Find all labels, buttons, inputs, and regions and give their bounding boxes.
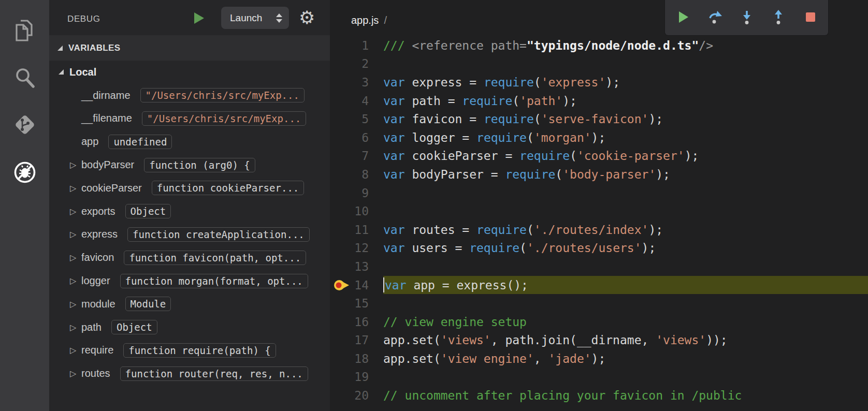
activity-search-button[interactable] bbox=[0, 62, 49, 95]
line-number[interactable]: 13 bbox=[351, 260, 369, 273]
code-line[interactable]: 1/// <reference path="typings/node/node.… bbox=[330, 36, 868, 55]
line-number[interactable]: 6 bbox=[351, 131, 369, 144]
code-line[interactable]: 6var logger = require('morgan'); bbox=[330, 128, 868, 147]
glyph-margin[interactable] bbox=[330, 73, 351, 92]
stop-button[interactable] bbox=[803, 10, 818, 25]
glyph-margin[interactable] bbox=[330, 257, 351, 276]
expand-arrow-icon[interactable]: ▷ bbox=[70, 160, 81, 170]
expand-arrow-icon[interactable]: ▷ bbox=[70, 345, 81, 355]
glyph-margin[interactable] bbox=[330, 349, 351, 368]
variable-row[interactable]: ▷bodyParserfunction (arg0) { bbox=[49, 153, 330, 177]
activity-git-button[interactable] bbox=[0, 109, 49, 142]
variable-row[interactable]: ▷expressfunction createApplication... bbox=[49, 223, 330, 246]
start-debug-button[interactable] bbox=[194, 12, 204, 24]
step-into-button[interactable] bbox=[739, 10, 755, 25]
configure-gear-icon[interactable]: ⚙ bbox=[299, 6, 315, 30]
code-line[interactable]: 5var favicon = require('serve-favicon'); bbox=[330, 110, 868, 128]
code-line[interactable]: 13 bbox=[330, 257, 868, 276]
code-line[interactable]: 20// uncomment after placing your favico… bbox=[330, 386, 868, 405]
line-number[interactable]: 1 bbox=[351, 39, 369, 52]
line-number[interactable]: 14 bbox=[351, 278, 369, 292]
variable-row[interactable]: __dirname"/Users/chris/src/myExp... bbox=[49, 84, 330, 107]
code-line[interactable]: 7var cookieParser = require('cookie-pars… bbox=[330, 147, 868, 166]
code-text[interactable]: var cookieParser = require('cookie-parse… bbox=[383, 147, 868, 166]
code-text[interactable] bbox=[383, 184, 868, 202]
code-line[interactable]: 9 bbox=[330, 184, 868, 202]
glyph-margin[interactable] bbox=[330, 36, 351, 55]
variable-row[interactable]: ▷loggerfunction morgan(format, opt... bbox=[49, 269, 330, 292]
code-line[interactable]: 10 bbox=[330, 202, 868, 221]
expand-arrow-icon[interactable]: ▷ bbox=[70, 299, 81, 309]
expand-arrow-icon[interactable]: ▷ bbox=[70, 207, 81, 216]
code-text[interactable]: // uncomment after placing your favicon … bbox=[383, 386, 868, 405]
code-text[interactable]: var routes = require('./routes/index'); bbox=[383, 221, 868, 239]
expand-arrow-icon[interactable]: ▷ bbox=[70, 369, 81, 378]
activity-explorer-button[interactable] bbox=[0, 14, 49, 48]
glyph-margin[interactable] bbox=[330, 55, 351, 74]
line-number[interactable]: 17 bbox=[351, 333, 369, 347]
code-line[interactable]: 18app.set('view engine', 'jade'); bbox=[330, 349, 868, 368]
breakpoint-current-line-glyph[interactable] bbox=[330, 276, 351, 295]
code-text[interactable]: app.set('views', path.join(__dirname, 'v… bbox=[383, 331, 868, 350]
glyph-margin[interactable] bbox=[330, 239, 351, 258]
line-number[interactable]: 15 bbox=[351, 297, 369, 310]
expand-arrow-icon[interactable]: ▷ bbox=[70, 322, 81, 332]
code-line[interactable]: 3var express = require('express'); bbox=[330, 73, 868, 92]
line-number[interactable]: 7 bbox=[351, 149, 369, 163]
breadcrumb[interactable]: app.js/ bbox=[351, 14, 387, 26]
launch-config-select[interactable]: Launch bbox=[221, 7, 289, 29]
code-text[interactable] bbox=[383, 257, 868, 276]
line-number[interactable]: 3 bbox=[351, 76, 369, 89]
line-number[interactable]: 5 bbox=[351, 112, 369, 126]
code-line[interactable]: 8var bodyParser = require('body-parser')… bbox=[330, 165, 868, 184]
code-line[interactable]: 19 bbox=[330, 368, 868, 387]
variable-row[interactable]: ▷cookieParserfunction cookieParser... bbox=[49, 177, 330, 200]
glyph-margin[interactable] bbox=[330, 368, 351, 387]
continue-button[interactable] bbox=[675, 10, 690, 25]
code-text[interactable] bbox=[383, 368, 868, 387]
line-number[interactable]: 19 bbox=[351, 370, 369, 384]
variable-row[interactable]: ▷moduleModule bbox=[49, 292, 330, 316]
code-line[interactable]: 14var app = express(); bbox=[330, 276, 868, 295]
variable-row[interactable]: appundefined bbox=[49, 130, 330, 153]
code-text[interactable]: app.set('view engine', 'jade'); bbox=[383, 349, 868, 368]
glyph-margin[interactable] bbox=[330, 202, 351, 221]
glyph-margin[interactable] bbox=[330, 221, 351, 239]
code-line[interactable]: 17app.set('views', path.join(__dirname, … bbox=[330, 331, 868, 350]
code-line[interactable]: 15 bbox=[330, 294, 868, 313]
expand-arrow-icon[interactable]: ▷ bbox=[70, 253, 81, 262]
code-line[interactable]: 4var path = require('path'); bbox=[330, 92, 868, 110]
variable-row[interactable]: ▷pathObject bbox=[49, 316, 330, 339]
activity-debug-button[interactable] bbox=[0, 156, 49, 189]
line-number[interactable]: 4 bbox=[351, 94, 369, 108]
line-number[interactable]: 12 bbox=[351, 241, 369, 255]
variable-row[interactable]: ▷exportsObject bbox=[49, 200, 330, 223]
glyph-margin[interactable] bbox=[330, 184, 351, 202]
variable-row[interactable]: ▷routesfunction router(req, res, n... bbox=[49, 362, 330, 385]
line-number[interactable]: 20 bbox=[351, 389, 369, 402]
code-text[interactable]: /// <reference path="typings/node/node.d… bbox=[383, 36, 868, 55]
code-text[interactable]: var app = express(); bbox=[383, 276, 868, 295]
line-number[interactable]: 2 bbox=[351, 57, 369, 70]
line-number[interactable]: 18 bbox=[351, 352, 369, 365]
line-number[interactable]: 8 bbox=[351, 168, 369, 181]
glyph-margin[interactable] bbox=[330, 110, 351, 128]
glyph-margin[interactable] bbox=[330, 294, 351, 313]
variable-row[interactable]: ▷requirefunction require(path) { bbox=[49, 339, 330, 362]
code-line[interactable]: 2 bbox=[330, 55, 868, 74]
line-number[interactable]: 16 bbox=[351, 315, 369, 329]
code-text[interactable]: var users = require('./routes/users'); bbox=[383, 239, 868, 258]
scope-local-row[interactable]: Local bbox=[49, 61, 330, 84]
code-text[interactable]: // view engine setup bbox=[383, 313, 868, 331]
expand-arrow-icon[interactable]: ▷ bbox=[70, 229, 81, 239]
code-line[interactable]: 12var users = require('./routes/users'); bbox=[330, 239, 868, 258]
expand-arrow-icon[interactable]: ▷ bbox=[70, 276, 81, 286]
glyph-margin[interactable] bbox=[330, 313, 351, 331]
glyph-margin[interactable] bbox=[330, 331, 351, 350]
code-line[interactable]: 11var routes = require('./routes/index')… bbox=[330, 221, 868, 239]
code-text[interactable] bbox=[383, 202, 868, 221]
code-text[interactable]: var logger = require('morgan'); bbox=[383, 128, 868, 147]
step-over-button[interactable] bbox=[707, 10, 722, 25]
line-number[interactable]: 10 bbox=[351, 204, 369, 218]
expand-arrow-icon[interactable]: ▷ bbox=[70, 183, 81, 193]
